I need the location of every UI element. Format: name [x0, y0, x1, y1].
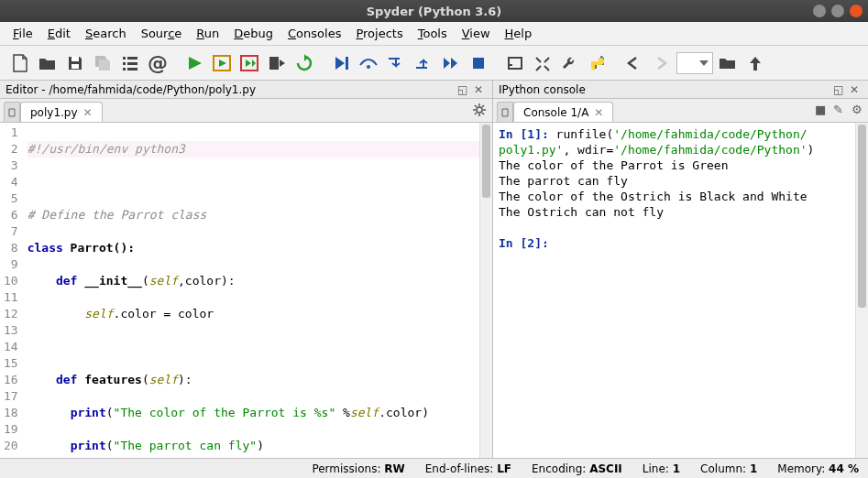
step-into-icon[interactable]	[383, 50, 409, 76]
svg-rect-10	[269, 57, 279, 70]
save-icon[interactable]	[62, 50, 88, 76]
console-stop-icon[interactable]: ■	[815, 103, 828, 115]
editor-tab-label: poly1.py	[30, 106, 78, 119]
svg-rect-4	[123, 62, 126, 65]
tab-close-icon[interactable]: ✕	[83, 106, 93, 119]
editor-pane-header: Editor - /home/fahmida/code/Python/poly1…	[0, 81, 492, 99]
console-tab[interactable]: Console 1/A ✕	[513, 102, 613, 122]
toolbar: @	[0, 46, 868, 81]
status-eol-value: LF	[497, 462, 511, 475]
stop-icon[interactable]	[466, 50, 491, 76]
editor-tab[interactable]: poly1.py ✕	[20, 102, 103, 122]
folder-open-icon[interactable]	[35, 50, 60, 76]
wd-open-icon[interactable]	[715, 50, 741, 76]
editor-pane-title: Editor - /home/fahmida/code/Python/poly1…	[5, 83, 256, 96]
python-icon[interactable]	[585, 50, 610, 76]
tab-close-icon[interactable]: ✕	[594, 106, 603, 119]
editor-scrollbar[interactable]	[479, 123, 492, 458]
editor-panel: Editor - /home/fahmida/code/Python/poly1…	[0, 81, 493, 458]
new-file-icon[interactable]	[7, 50, 33, 76]
step-over-icon[interactable]	[356, 50, 381, 76]
status-enc-value: ASCII	[589, 462, 622, 475]
console-pane-title: IPython console	[499, 83, 586, 96]
pane-close-icon[interactable]: ✕	[474, 83, 487, 96]
window-maximize-button[interactable]	[831, 5, 844, 17]
step-out-icon[interactable]	[411, 50, 436, 76]
pane-close-icon[interactable]: ✕	[850, 83, 863, 96]
status-mem-value: 44 %	[829, 462, 859, 475]
code-editor[interactable]: 1 2 3 4 5 6 7 8 9 10 11 12 13 14 15 16 1…	[0, 123, 492, 458]
svg-rect-13	[473, 58, 484, 69]
tab-region-icon[interactable]	[4, 102, 20, 122]
pane-restore-icon[interactable]: ◱	[833, 83, 846, 96]
status-eol-label: End-of-lines:	[425, 462, 494, 475]
console-panel: IPython console ◱ ✕ Console 1/A ✕ ■ ✎ ⚙ …	[493, 81, 868, 458]
fullscreen-icon[interactable]	[530, 50, 555, 76]
menu-source[interactable]: Source	[134, 24, 190, 43]
menu-file[interactable]: File	[5, 24, 40, 43]
menu-projects[interactable]: Projects	[348, 24, 410, 43]
back-icon[interactable]	[621, 50, 647, 76]
menu-edit[interactable]: Edit	[40, 24, 78, 43]
save-all-icon[interactable]	[90, 50, 115, 76]
at-icon[interactable]: @	[145, 50, 170, 76]
run-cell-next-icon[interactable]	[236, 50, 262, 76]
svg-rect-14	[509, 58, 522, 69]
tab-region-icon[interactable]	[497, 102, 513, 122]
list-icon[interactable]	[117, 50, 143, 76]
forward-icon[interactable]	[649, 50, 675, 76]
status-line-value: 1	[673, 462, 680, 475]
svg-rect-2	[123, 57, 126, 60]
run-cell-icon[interactable]	[209, 50, 235, 76]
ipython-console[interactable]: In [1]: runfile('/home/fahmida/code/Pyth…	[493, 123, 868, 458]
status-enc-label: Encoding:	[532, 462, 586, 475]
svg-rect-7	[127, 68, 137, 71]
maximize-icon[interactable]	[502, 50, 528, 76]
wrench-icon[interactable]	[557, 50, 583, 76]
statusbar: Permissions: RW End-of-lines: LF Encodin…	[0, 458, 868, 478]
continue-icon[interactable]	[438, 50, 464, 76]
wd-combo[interactable]	[676, 52, 713, 74]
menu-run[interactable]: Run	[189, 24, 226, 43]
status-col-label: Column:	[700, 462, 746, 475]
window-titlebar: Spyder (Python 3.6)	[0, 0, 868, 22]
console-pane-header: IPython console ◱ ✕	[493, 81, 868, 99]
pane-restore-icon[interactable]: ◱	[457, 83, 470, 96]
console-clear-icon[interactable]: ✎	[833, 103, 846, 115]
menu-tools[interactable]: Tools	[411, 24, 455, 43]
menu-debug[interactable]: Debug	[226, 24, 280, 43]
menu-consoles[interactable]: Consoles	[280, 24, 348, 43]
line-gutter: 1 2 3 4 5 6 7 8 9 10 11 12 13 14 15 16 1…	[0, 123, 24, 458]
debug-start-icon[interactable]	[328, 50, 354, 76]
svg-rect-6	[123, 68, 126, 71]
svg-rect-5	[127, 62, 137, 65]
menu-search[interactable]: Search	[78, 24, 134, 43]
play-icon[interactable]	[181, 50, 207, 76]
wd-up-icon[interactable]	[742, 50, 768, 76]
window-minimize-button[interactable]	[813, 5, 826, 17]
status-mem-label: Memory:	[777, 462, 825, 475]
status-perm-label: Permissions:	[312, 462, 380, 475]
svg-rect-1	[71, 64, 79, 69]
menu-view[interactable]: View	[455, 24, 498, 43]
code-content[interactable]: #!/usr/bin/env python3 # Define the Parr…	[24, 123, 492, 458]
rerun-icon[interactable]	[291, 50, 317, 76]
svg-point-15	[477, 107, 482, 113]
svg-rect-11	[346, 57, 348, 70]
status-col-value: 1	[750, 462, 757, 475]
run-selection-icon[interactable]	[264, 50, 290, 76]
status-line-label: Line:	[643, 462, 669, 475]
menubar: File Edit Search Source Run Debug Consol…	[0, 22, 868, 46]
console-scrollbar[interactable]	[855, 123, 868, 458]
svg-rect-0	[71, 57, 79, 61]
status-perm-value: RW	[384, 462, 404, 475]
editor-tab-row: poly1.py ✕	[0, 99, 492, 123]
window-title: Spyder (Python 3.6)	[367, 5, 502, 18]
svg-point-12	[367, 65, 370, 69]
console-options-icon[interactable]: ⚙	[852, 103, 864, 115]
svg-rect-3	[127, 57, 137, 60]
menu-help[interactable]: Help	[498, 24, 540, 43]
window-close-button[interactable]	[850, 5, 863, 17]
console-tab-row: Console 1/A ✕ ■ ✎ ⚙	[493, 99, 868, 123]
tab-options-icon[interactable]	[472, 103, 487, 117]
